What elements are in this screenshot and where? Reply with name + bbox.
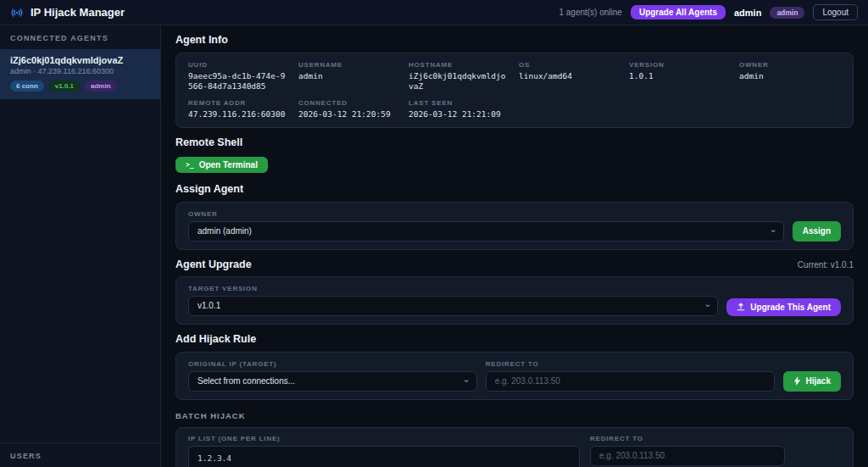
field-last-seen: LAST SEEN 2026-03-12 21:21:09 [409, 99, 510, 120]
target-version-select[interactable]: v1.0.1 [188, 296, 718, 316]
connected-agents-title: CONNECTED AGENTS [0, 25, 160, 49]
open-terminal-button[interactable]: >_ Open Terminal [175, 157, 268, 173]
app-window: IP Hijack Manager 1 agent(s) online Upgr… [0, 0, 868, 467]
upgrade-all-agents-button[interactable]: Upgrade All Agents [631, 5, 726, 19]
field-label: CONNECTED [298, 99, 400, 107]
connected-agents-sidebar: CONNECTED AGENTS iZj6c0kj01qdqkvmldjovaZ… [0, 25, 161, 467]
batch-redirect-to-input[interactable] [590, 446, 785, 466]
agent-badges: 6 conn v1.0.1 admin [10, 81, 150, 92]
terminal-icon: >_ [186, 161, 194, 169]
original-ip-label: ORIGINAL IP (TARGET) [188, 360, 477, 368]
users-title: USERS [0, 443, 160, 467]
field-connected: CONNECTED 2026-03-12 21:20:59 [298, 99, 400, 120]
logout-button[interactable]: Logout [813, 4, 858, 20]
hijack-label: Hijack [806, 376, 831, 386]
target-version-label: TARGET VERSION [188, 285, 841, 292]
sidebar-spacer [0, 99, 160, 442]
agent-info-title: Agent Info [175, 34, 854, 47]
add-hijack-rule-panel: ORIGINAL IP (TARGET) Select from connect… [175, 352, 854, 400]
field-label: REMOTE ADDR [188, 99, 290, 107]
field-value: iZj6c0kj01qdqkvmldjovaZ [409, 71, 510, 92]
version-badge: v1.0.1 [49, 81, 80, 92]
field-owner: OWNER admin [739, 61, 841, 92]
open-terminal-label: Open Terminal [199, 160, 258, 170]
agent-subtitle: admin · 47.239.116.216:60300 [10, 67, 150, 75]
ip-list-textarea[interactable]: 1.2.3.4 5.6.7.8 9.10.11.12 [188, 446, 580, 467]
agent-upgrade-title: Agent Upgrade [175, 259, 252, 271]
users-section: USERS [0, 442, 160, 467]
assign-agent-title: Assign Agent [175, 183, 854, 196]
field-value: linux/amd64 [519, 71, 620, 81]
batch-hijack-title: BATCH HIJACK [175, 411, 854, 420]
upgrade-this-agent-label: Upgrade This Agent [750, 303, 831, 312]
field-label: USERNAME [298, 61, 400, 69]
app-title: IP Hijack Manager [31, 6, 125, 19]
main-content: Agent Info UUID 9aeec95a-dc1b-474e-9566-… [161, 25, 868, 467]
field-value: 2026-03-12 21:20:59 [298, 109, 400, 120]
field-label: UUID [188, 61, 290, 69]
field-label: VERSION [629, 61, 731, 69]
field-value: 9aeec95a-dc1b-474e-9566-84d7a1340d85 [188, 71, 290, 92]
field-value: 47.239.116.216:60300 [188, 109, 290, 120]
field-label: OWNER [739, 61, 841, 69]
agent-list-item[interactable]: iZj6c0kj01qdqkvmldjovaZ admin · 47.239.1… [0, 49, 160, 99]
field-label: HOSTNAME [409, 61, 510, 69]
ip-list-label: IP LIST (ONE PER LINE) [188, 435, 580, 442]
field-username: USERNAME admin [298, 61, 400, 92]
upgrade-this-agent-button[interactable]: Upgrade This Agent [726, 298, 841, 316]
current-username: admin [734, 8, 761, 18]
owner-badge: admin [85, 81, 117, 92]
assign-agent-panel: OWNER admin (admin) ⌄ Assign [175, 202, 854, 250]
current-version-text: Current: v1.0.1 [798, 260, 854, 270]
add-hijack-rule-title: Add Hijack Rule [175, 333, 854, 346]
agents-online-status: 1 agent(s) online [559, 8, 622, 17]
field-uuid: UUID 9aeec95a-dc1b-474e-9566-84d7a1340d8… [188, 61, 290, 92]
connections-badge: 6 conn [10, 81, 44, 92]
hijack-button[interactable]: Hijack [783, 371, 841, 392]
field-value: 2026-03-12 21:21:09 [409, 109, 510, 120]
original-ip-select[interactable]: Select from connections... [188, 371, 477, 392]
field-value: admin [739, 71, 841, 81]
agent-upgrade-panel: TARGET VERSION v1.0.1 ⌄ [175, 276, 854, 325]
agent-info-panel: UUID 9aeec95a-dc1b-474e-9566-84d7a1340d8… [175, 53, 854, 128]
assign-button[interactable]: Assign [793, 221, 841, 242]
batch-hijack-panel: IP LIST (ONE PER LINE) 1.2.3.4 5.6.7.8 9… [175, 427, 854, 467]
owner-select[interactable]: admin (admin) [188, 221, 784, 242]
field-label: OS [519, 61, 620, 69]
upload-icon [737, 303, 745, 311]
field-value: admin [298, 71, 400, 81]
field-version: VERSION 1.0.1 [629, 61, 731, 92]
agent-id: iZj6c0kj01qdqkvmldjovaZ [10, 55, 150, 65]
broadcast-logo-icon [10, 6, 24, 19]
redirect-to-label: REDIRECT TO [486, 360, 775, 368]
top-header: IP Hijack Manager 1 agent(s) online Upgr… [0, 0, 868, 25]
field-label: LAST SEEN [409, 99, 510, 107]
role-badge: admin [770, 7, 804, 19]
remote-shell-title: Remote Shell [175, 136, 854, 149]
redirect-to-input[interactable] [486, 371, 775, 392]
field-os: OS linux/amd64 [519, 61, 620, 92]
batch-redirect-to-label: REDIRECT TO [590, 435, 841, 442]
zap-icon [793, 376, 801, 386]
field-value: 1.0.1 [629, 71, 731, 81]
owner-select-label: OWNER [188, 210, 841, 218]
field-hostname: HOSTNAME iZj6c0kj01qdqkvmldjovaZ [409, 61, 510, 92]
field-remote-addr: REMOTE ADDR 47.239.116.216:60300 [188, 99, 290, 120]
